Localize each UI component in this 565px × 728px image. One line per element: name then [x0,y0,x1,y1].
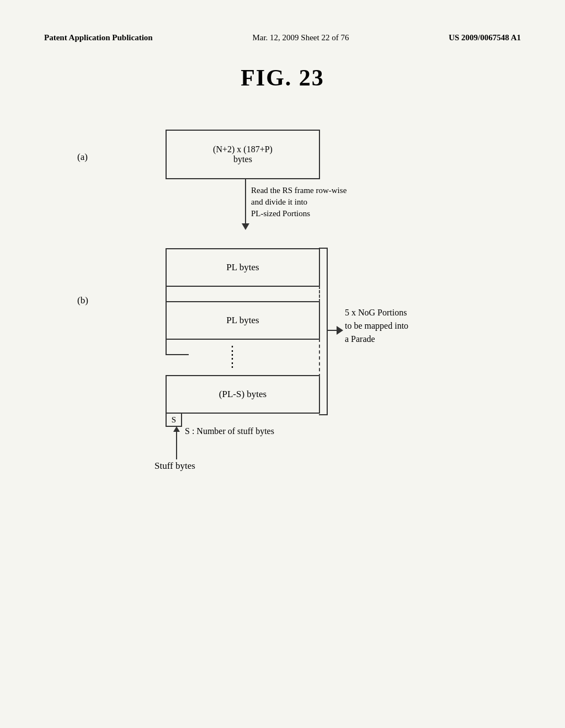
header-center: Mar. 12, 2009 Sheet 22 of 76 [252,33,349,42]
box-pls: (PL-S) bytes [166,375,320,414]
dots: ⋮⋮ [226,345,239,369]
dashed-gap-1 [319,286,320,302]
dashed-gap-2 [319,339,320,377]
part-a-label: (a) [77,152,88,163]
s-box-label: S [172,415,176,425]
s-description: S : Number of stuff bytes [185,426,274,436]
arrow-head [242,223,249,230]
box-pl2: PL bytes [166,301,320,340]
box-pl1-text: PL bytes [226,262,259,273]
bracket-arrow [337,326,343,335]
arrow-line [245,179,246,223]
box-a: (N+2) x (187+P) bytes [166,130,320,179]
arrow-head-up [173,426,180,432]
header-left: Patent Application Publication [44,33,153,42]
diagram-area: (a) (N+2) x (187+P) bytes Read the RS fr… [44,124,521,676]
figure-title: FIG. 23 [44,65,521,91]
arrow-up-s [173,426,180,459]
step-connector-1v [166,286,167,302]
bracket-right-line [327,248,328,415]
box-pls-text: (PL-S) bytes [219,389,266,400]
arrow-label: Read the RS frame row-wise and divide it… [251,185,361,220]
bracket-mid-h [327,330,338,331]
step-connector-2h [166,354,189,355]
brace-line2: to be mapped into [345,321,408,330]
box-a-line2: bytes [233,154,252,164]
step-connector-2v [166,339,167,355]
brace-line3: a Parade [345,334,375,344]
brace-label: 5 x NoG Portions to be mapped into a Par… [345,306,433,346]
page-header: Patent Application Publication Mar. 12, … [44,33,521,42]
stuff-bytes-label: Stuff bytes [154,461,195,472]
box-a-line1: (N+2) x (187+P) [213,144,273,154]
bracket-bottom [319,414,327,415]
arrow-down [242,179,249,230]
bracket-top [319,248,327,249]
arrow-line-up [176,432,177,459]
brace-line1: 5 x NoG Portions [345,308,407,317]
part-b-label: (b) [77,295,88,306]
box-pl2-text: PL bytes [226,315,259,326]
arrow-label-line2: and divide it into [251,197,307,206]
header-right: US 2009/0067548 A1 [449,33,521,42]
arrow-label-line1: Read the RS frame row-wise [251,186,347,195]
s-box: S [166,413,182,427]
page: Patent Application Publication Mar. 12, … [0,0,565,728]
arrow-label-line3: PL-sized Portions [251,209,310,218]
box-pl1: PL bytes [166,248,320,287]
